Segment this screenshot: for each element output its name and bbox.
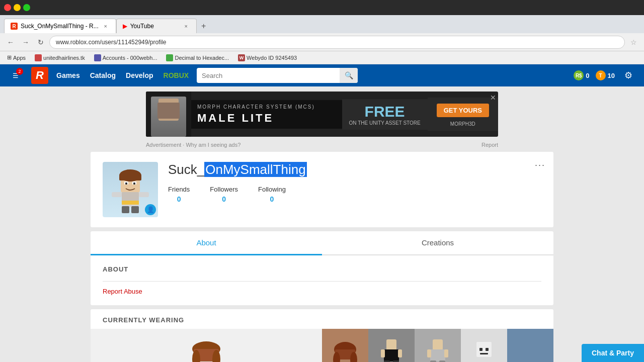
tab-about[interactable]: About	[91, 231, 322, 255]
bookmark-decimal[interactable]: Decimal to Hexadec...	[163, 53, 232, 62]
avatar-container: 👤	[103, 162, 158, 217]
bookmark-webydo[interactable]: W Webydo ID 9245493	[235, 53, 300, 62]
menu-notification-badge: 2	[16, 68, 23, 75]
settings-button[interactable]: ⚙	[621, 68, 636, 83]
svg-rect-11	[131, 206, 139, 213]
svg-rect-25	[398, 349, 402, 357]
ad-character-image	[151, 97, 186, 137]
tab-roblox-label: Suck_OnMySmallThing - R...	[21, 23, 99, 30]
wearing-content: 2D	[91, 329, 553, 362]
item-thumb-2[interactable]	[415, 329, 461, 362]
svg-rect-37	[480, 353, 488, 354]
bookmark-acc-label: Accounts - 000webh...	[103, 55, 157, 61]
tab-youtube-close[interactable]: ×	[182, 22, 190, 30]
stat-friends[interactable]: Friends 0	[168, 186, 190, 203]
stat-following[interactable]: Following 0	[258, 186, 286, 203]
svg-rect-23	[384, 349, 399, 361]
ad-banner: MORPH CHARACTER SYSTEM (MCS) MALE LITE F…	[146, 92, 498, 137]
tickets-display[interactable]: T 10	[596, 70, 615, 80]
username-highlight: OnMySmallThing	[204, 162, 306, 177]
robux-count: 0	[586, 72, 589, 79]
item-char-svg	[374, 334, 409, 362]
followers-value: 0	[210, 195, 238, 203]
tabs-section: About Creations ABOUT Report Abuse	[91, 231, 553, 305]
nav-right-section: R$ 0 T 10 ⚙	[574, 68, 636, 83]
item-thumb-3[interactable]	[461, 329, 507, 362]
bookmark-accounts[interactable]: Accounts - 000webh...	[91, 53, 160, 62]
item-char2-svg	[420, 334, 455, 362]
search-button[interactable]: 🔍	[340, 68, 358, 83]
svg-rect-30	[427, 349, 431, 357]
close-window-btn[interactable]	[4, 4, 11, 11]
friends-value: 0	[168, 195, 190, 203]
bookmark-uh-label: unitedhairlines.tk	[43, 55, 85, 61]
profile-header: 👤 Suck_OnMySmallThing Friends 0 Follower…	[103, 162, 541, 217]
tab-youtube[interactable]: ▶ YouTube ×	[116, 19, 197, 33]
svg-rect-28	[433, 339, 443, 350]
roblox-nav-links: Games Catalog Develop ROBUX	[56, 71, 189, 79]
avatar-friend-badge: 👤	[145, 204, 156, 215]
ad-title-large: MALE LITE	[197, 112, 336, 125]
minimize-window-btn[interactable]	[14, 4, 21, 11]
tab-youtube-label: YouTube	[130, 23, 154, 30]
ad-report-link[interactable]: Report	[481, 142, 498, 148]
tab-roblox[interactable]: R Suck_OnMySmallThing - R... ×	[4, 19, 116, 33]
svg-rect-36	[486, 348, 489, 351]
svg-rect-6	[125, 183, 127, 185]
bookmark-webydo-label: Webydo ID 9245493	[247, 55, 297, 61]
svg-rect-22	[386, 339, 396, 350]
ad-free-text: FREE	[365, 103, 405, 120]
tickets-icon: T	[596, 70, 606, 80]
roblox-favicon: R	[11, 23, 18, 30]
svg-rect-24	[381, 349, 385, 357]
item-thumb-0[interactable]	[322, 329, 368, 362]
search-input[interactable]	[197, 72, 340, 79]
following-label: Following	[258, 186, 286, 193]
item-thumb-1[interactable]	[368, 329, 415, 362]
search-bar: 🔍	[197, 68, 358, 83]
maximize-window-btn[interactable]	[23, 4, 30, 11]
username-prefix: Suck_	[168, 162, 204, 177]
tickets-count: 10	[608, 72, 615, 79]
friends-label: Friends	[168, 186, 190, 193]
new-tab-button[interactable]: +	[197, 19, 211, 33]
refresh-button[interactable]: ↻	[34, 36, 47, 49]
address-bar[interactable]: www.roblox.com/users/111452949/profile	[49, 36, 625, 49]
nav-catalog[interactable]: Catalog	[90, 71, 116, 79]
bookmark-dec-label: Decimal to Hexadec...	[175, 55, 229, 61]
ad-close-button[interactable]: ✕	[490, 94, 496, 102]
nav-robux[interactable]: ROBUX	[164, 71, 189, 79]
forward-button[interactable]: →	[19, 36, 32, 49]
nav-games[interactable]: Games	[56, 71, 80, 79]
apps-icon: ⊞	[7, 54, 12, 61]
item-face-svg	[466, 334, 502, 362]
tab-roblox-close[interactable]: ×	[102, 22, 110, 30]
ad-subtitle-small: MORPH CHARACTER SYSTEM (MCS)	[197, 104, 336, 110]
bookmark-apps[interactable]: ⊞ Apps	[4, 53, 29, 62]
roblox-logo[interactable]: R	[31, 67, 48, 84]
bookmark-star[interactable]: ☆	[627, 36, 640, 49]
tab-creations[interactable]: Creations	[322, 231, 553, 254]
svg-rect-29	[430, 349, 445, 361]
bookmark-unitedhairlines[interactable]: unitedhairlines.tk	[32, 53, 88, 62]
ad-cta-button[interactable]: GET YOURS	[437, 104, 489, 117]
hamburger-menu[interactable]: ☰ 2	[8, 68, 23, 83]
ad-brand: MORPH3D	[450, 121, 475, 127]
ad-label: Advertisement · Why am I seeing ads?	[146, 142, 240, 148]
wearing-3d-view: 2D	[91, 329, 322, 362]
acc-favicon	[94, 54, 101, 61]
robux-display[interactable]: R$ 0	[574, 70, 589, 80]
ad-on-unity: ON THE UNITY ASSET STORE	[349, 120, 421, 126]
back-button[interactable]: ←	[4, 36, 17, 49]
dec-favicon	[166, 54, 173, 61]
svg-rect-9	[139, 192, 149, 197]
more-options-button[interactable]: ···	[535, 160, 545, 170]
roblox-nav: ☰ 2 R Games Catalog Develop ROBUX 🔍 R$ 0…	[0, 64, 644, 86]
svg-rect-34	[476, 342, 492, 357]
nav-develop[interactable]: Develop	[126, 71, 153, 79]
chat-party-button[interactable]: Chat & Party	[582, 344, 644, 362]
content-area: MORPH CHARACTER SYSTEM (MCS) MALE LITE F…	[0, 86, 644, 362]
stat-followers[interactable]: Followers 0	[210, 186, 238, 203]
report-abuse-link[interactable]: Report Abuse	[103, 282, 541, 295]
svg-rect-35	[479, 348, 482, 351]
